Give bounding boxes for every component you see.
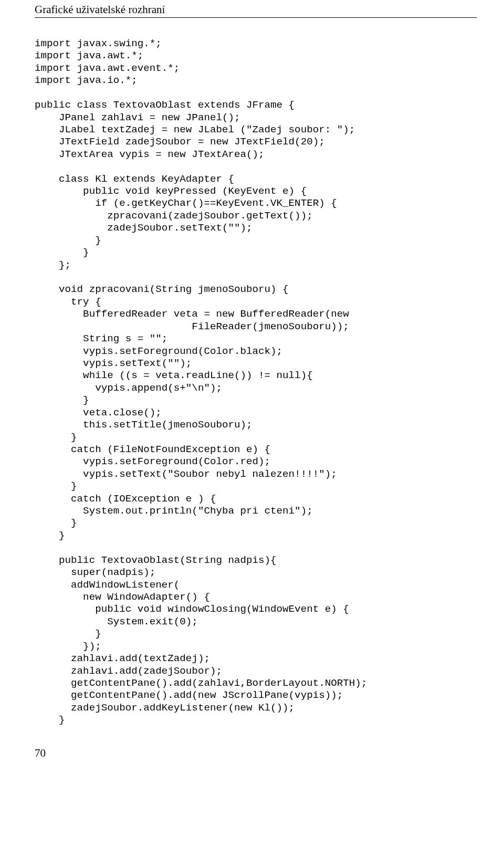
page-number: 70	[35, 727, 477, 760]
document-page: Grafické uživatelské rozhraní import jav…	[0, 0, 504, 781]
code-listing: import javax.swing.*; import java.awt.*;…	[35, 38, 477, 727]
header-rule	[35, 17, 477, 18]
page-header: Grafické uživatelské rozhraní	[35, 0, 477, 17]
